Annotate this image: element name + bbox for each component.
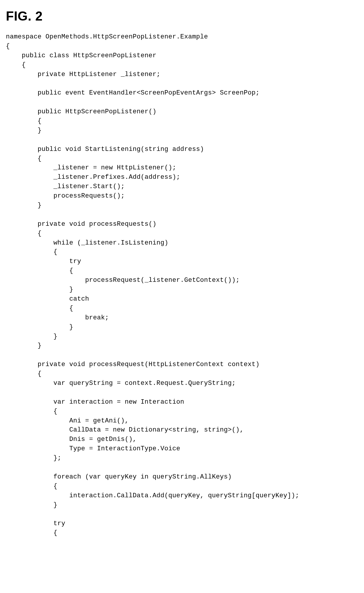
figure-title: FIG. 2	[6, 9, 358, 23]
code-block: namespace OpenMethods.HttpScreenPopListe…	[6, 32, 358, 538]
